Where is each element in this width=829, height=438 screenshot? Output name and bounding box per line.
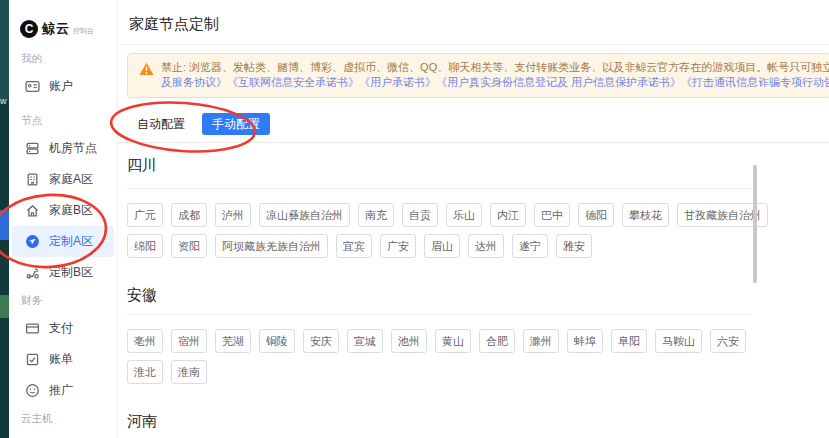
sidebar-item-cloud-host[interactable]: 云主机 [12,431,114,438]
city-button[interactable]: 滁州 [523,329,559,353]
city-button[interactable]: 阜阳 [611,329,647,353]
city-button[interactable]: 亳州 [127,329,163,353]
brand-logo-icon: C [20,20,38,38]
warning-banner: 禁止: 浏览器、发帖类、赌博、博彩、虚拟币、微信、QQ、聊天相关等、支付转账类业… [127,53,829,98]
sidebar-item-label: 定制A区 [49,233,93,250]
city-button[interactable]: 六安 [710,329,746,353]
city-row: 绵阳资阳阿坝藏族羌族自治州宜宾广安眉山达州遂宁雅安 [127,234,759,258]
page-header: 家庭节点定制 [119,0,829,45]
city-button[interactable]: 淮北 [127,360,163,384]
sidebar-section-finance: 财务 [9,294,117,308]
city-button[interactable]: 绵阳 [127,234,163,258]
city-button[interactable]: 蚌埠 [567,329,603,353]
city-button[interactable]: 宜宾 [336,234,372,258]
desktop-background-strip: w [0,0,9,438]
city-button[interactable]: 眉山 [424,234,460,258]
banner-text-line2: 及服务协议》《互联网信息安全承诺书》《用户承诺书》《用户真实身份信息登记及 用户… [161,75,822,90]
sidebar-item-custom-a[interactable]: 定制A区 [12,226,114,257]
desktop-strip-segment [0,0,9,100]
city-button[interactable]: 攀枝花 [622,203,669,227]
province-header: 河南 [127,412,759,431]
city-button[interactable]: 内江 [490,203,526,227]
logo[interactable]: C 鲸云 控制台 [9,0,117,38]
city-button[interactable]: 安庆 [303,329,339,353]
city-button[interactable]: 乐山 [446,203,482,227]
sidebar-item-home-b[interactable]: 家庭B区 [12,195,114,226]
sidebar-section-node: 节点 [9,114,117,128]
sidebar-item-label: 推广 [49,382,73,399]
city-button[interactable]: 广元 [127,203,163,227]
city-button[interactable]: 雅安 [556,234,592,258]
province-section-anhui: 安徽 亳州宿州芜湖铜陵安庆宣城池州黄山合肥滁州蚌埠阜阳马鞍山六安 淮北淮南 [119,286,759,384]
province-header: 四川 [127,156,759,175]
sidebar-item-promotion[interactable]: 推广 [12,375,114,406]
home-icon [25,203,40,218]
credit-card-icon [25,321,40,336]
city-button[interactable]: 阿坝藏族羌族自治州 [215,234,328,258]
main-content: 家庭节点定制 禁止: 浏览器、发帖类、赌博、博彩、虚拟币、微信、QQ、聊天相关等… [119,0,829,438]
city-button[interactable]: 资阳 [171,234,207,258]
city-button[interactable]: 宿州 [171,329,207,353]
city-button[interactable]: 德阳 [578,203,614,227]
sidebar-section-mine: 我的 [9,52,117,66]
province-header: 安徽 [127,286,759,305]
province-section-sichuan: 四川 广元成都泸州凉山彝族自治州南充自贡乐山内江巴中德阳攀枝花甘孜藏族自治州 绵… [119,156,759,258]
sidebar-item-label: 家庭B区 [49,202,93,219]
sidebar-item-home-a[interactable]: 家庭A区 [12,164,114,195]
config-tabs: 自动配置 手动配置 [127,113,829,135]
desktop-strip-segment [0,210,9,240]
city-button[interactable]: 巴中 [534,203,570,227]
desktop-strip-text: w [0,96,7,106]
sidebar-item-label: 定制B区 [49,264,93,281]
province-section-henan: 河南 [119,412,759,438]
city-row: 亳州宿州芜湖铜陵安庆宣城池州黄山合肥滁州蚌埠阜阳马鞍山六安 [127,329,759,353]
city-row: 淮北淮南 [127,360,759,384]
sidebar-item-label: 机房节点 [49,140,97,157]
sidebar-item-custom-b[interactable]: 定制B区 [12,257,114,288]
smile-icon [25,383,40,398]
city-button[interactable]: 达州 [468,234,504,258]
server-icon [25,141,40,156]
id-card-icon [25,79,40,94]
sidebar: C 鲸云 控制台 我的 账户 节点 机房节点 [9,0,118,438]
province-divider [127,188,751,189]
sidebar-item-bill[interactable]: 账单 [12,344,114,375]
tabs-divider [119,142,829,143]
banner-text-line1: 禁止: 浏览器、发帖类、赌博、博彩、虚拟币、微信、QQ、聊天相关等、支付转账类业… [161,60,822,75]
sidebar-item-label: 支付 [49,320,73,337]
city-button[interactable]: 合肥 [479,329,515,353]
city-button[interactable]: 凉山彝族自治州 [259,203,350,227]
city-button[interactable]: 南充 [358,203,394,227]
sidebar-section-vm: 云主机 [9,412,117,426]
brand-name: 鲸云 [42,20,70,38]
sidebar-item-label: 账户 [49,78,73,95]
city-row: 广元成都泸州凉山彝族自治州南充自贡乐山内江巴中德阳攀枝花甘孜藏族自治州 [127,203,759,227]
building-icon [25,172,40,187]
province-divider [127,314,751,315]
page-title: 家庭节点定制 [129,15,829,34]
scooter-icon [25,265,40,280]
banner-agreement-links[interactable]: 及服务协议》《互联网信息安全承诺书》《用户承诺书》《用户真实身份信息登记及 用户… [161,76,829,88]
scrollbar-thumb[interactable] [753,165,757,283]
sidebar-item-account[interactable]: 账户 [12,71,114,102]
bill-icon [25,352,40,367]
city-button[interactable]: 马鞍山 [655,329,702,353]
city-button[interactable]: 广安 [380,234,416,258]
warning-triangle-icon [139,62,154,76]
city-button[interactable]: 黄山 [435,329,471,353]
sidebar-item-pay[interactable]: 支付 [12,313,114,344]
city-button[interactable]: 遂宁 [512,234,548,258]
city-button[interactable]: 淮南 [171,360,207,384]
city-button[interactable]: 芜湖 [215,329,251,353]
city-button[interactable]: 成都 [171,203,207,227]
city-button[interactable]: 铜陵 [259,329,295,353]
compass-icon [25,234,40,249]
sidebar-item-label: 账单 [49,351,73,368]
tab-manual-config[interactable]: 手动配置 [202,113,270,135]
city-button[interactable]: 宣城 [347,329,383,353]
city-button[interactable]: 自贡 [402,203,438,227]
tab-auto-config[interactable]: 自动配置 [127,113,195,135]
sidebar-item-datacenter-node[interactable]: 机房节点 [12,133,114,164]
city-button[interactable]: 泸州 [215,203,251,227]
city-button[interactable]: 池州 [391,329,427,353]
